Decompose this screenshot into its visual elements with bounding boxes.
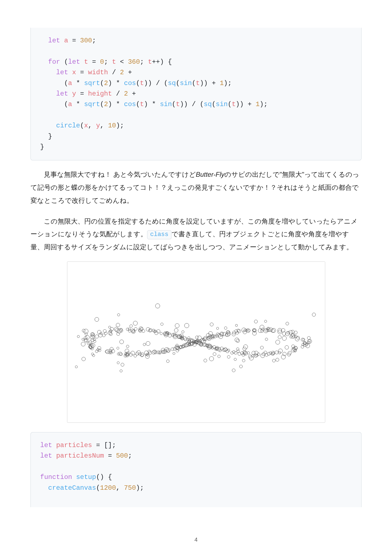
svg-point-321 bbox=[210, 323, 213, 326]
svg-point-347 bbox=[276, 358, 279, 361]
svg-point-325 bbox=[173, 352, 175, 355]
svg-point-279 bbox=[153, 350, 156, 353]
svg-point-312 bbox=[119, 340, 124, 344]
svg-point-366 bbox=[282, 336, 286, 340]
svg-point-255 bbox=[307, 337, 310, 340]
svg-point-90 bbox=[160, 332, 162, 335]
svg-point-384 bbox=[302, 338, 305, 341]
svg-point-266 bbox=[285, 345, 289, 349]
svg-point-317 bbox=[85, 333, 88, 335]
svg-point-292 bbox=[125, 349, 129, 353]
svg-point-237 bbox=[265, 329, 268, 332]
svg-point-299 bbox=[312, 313, 316, 317]
paragraph-2: この無限大、円の位置を指定するために角度を設定していますが、この角度を増やしてい… bbox=[30, 215, 362, 254]
svg-point-226 bbox=[242, 328, 246, 332]
svg-point-270 bbox=[117, 314, 120, 316]
para1-italic: Butter-Fly bbox=[196, 171, 225, 178]
svg-point-291 bbox=[81, 357, 85, 361]
svg-point-106 bbox=[128, 330, 131, 332]
svg-point-387 bbox=[120, 370, 122, 372]
svg-point-120 bbox=[102, 334, 105, 337]
page-number: 4 bbox=[0, 537, 392, 543]
svg-point-380 bbox=[286, 322, 289, 325]
svg-point-355 bbox=[272, 359, 275, 362]
svg-point-150 bbox=[118, 352, 122, 355]
svg-point-219 bbox=[227, 331, 230, 334]
svg-point-352 bbox=[278, 335, 281, 339]
figure-wrap bbox=[30, 261, 362, 423]
svg-point-371 bbox=[257, 353, 260, 356]
svg-point-33 bbox=[247, 352, 249, 354]
svg-point-242 bbox=[271, 328, 276, 332]
svg-point-319 bbox=[287, 353, 291, 356]
svg-point-265 bbox=[117, 362, 119, 364]
svg-point-340 bbox=[232, 369, 235, 372]
svg-point-378 bbox=[98, 334, 102, 337]
svg-point-314 bbox=[109, 333, 112, 336]
svg-point-294 bbox=[254, 320, 257, 323]
svg-point-295 bbox=[227, 355, 230, 358]
svg-point-20 bbox=[272, 352, 275, 354]
svg-point-324 bbox=[139, 329, 141, 331]
svg-point-332 bbox=[116, 323, 120, 327]
svg-point-301 bbox=[239, 365, 242, 368]
svg-point-247 bbox=[294, 331, 297, 334]
svg-point-147 bbox=[105, 350, 108, 353]
svg-point-341 bbox=[155, 304, 160, 308]
svg-point-331 bbox=[146, 342, 150, 346]
svg-point-346 bbox=[77, 335, 79, 338]
svg-point-224 bbox=[237, 329, 241, 333]
svg-point-287 bbox=[181, 331, 184, 333]
svg-point-132 bbox=[81, 342, 85, 346]
para1-pre: 見事な無限大ですね！ あと今気づいたんですけど bbox=[37, 171, 196, 178]
svg-point-322 bbox=[235, 338, 239, 342]
svg-point-36 bbox=[234, 351, 237, 354]
svg-point-177 bbox=[171, 348, 174, 351]
figure-svg bbox=[67, 262, 325, 422]
code-block-lemniscate: let a = 300; for (let t = 0; t < 360; t+… bbox=[30, 28, 362, 160]
svg-point-38 bbox=[237, 350, 239, 353]
svg-point-289 bbox=[166, 360, 169, 363]
svg-point-261 bbox=[207, 345, 212, 350]
svg-point-288 bbox=[260, 346, 263, 349]
svg-point-298 bbox=[130, 325, 132, 327]
paragraph-1: 見事な無限大ですね！ あと今気づいたんですけどButter-Flyのサビの出だし… bbox=[30, 168, 362, 207]
svg-point-122 bbox=[95, 335, 99, 338]
svg-point-307 bbox=[248, 355, 252, 358]
svg-point-345 bbox=[234, 358, 236, 361]
inline-code-class: class bbox=[147, 230, 171, 239]
page: let a = 300; for (let t = 0; t < 360; t+… bbox=[0, 0, 392, 554]
svg-point-277 bbox=[213, 353, 216, 356]
svg-point-275 bbox=[110, 347, 113, 351]
svg-point-145 bbox=[111, 349, 115, 353]
svg-point-267 bbox=[108, 326, 111, 328]
svg-point-376 bbox=[242, 359, 245, 362]
svg-point-102 bbox=[134, 327, 137, 330]
svg-point-367 bbox=[232, 333, 235, 336]
svg-point-363 bbox=[224, 327, 227, 329]
svg-point-276 bbox=[235, 324, 237, 327]
svg-point-308 bbox=[265, 338, 268, 340]
svg-point-360 bbox=[216, 327, 219, 329]
svg-point-327 bbox=[236, 348, 239, 350]
svg-point-141 bbox=[98, 349, 101, 352]
svg-point-379 bbox=[264, 320, 267, 323]
svg-point-328 bbox=[184, 323, 189, 328]
svg-point-300 bbox=[260, 325, 264, 329]
svg-point-13 bbox=[278, 349, 282, 353]
svg-point-28 bbox=[255, 354, 258, 357]
svg-point-107 bbox=[128, 328, 131, 331]
svg-point-297 bbox=[217, 355, 220, 358]
svg-point-15 bbox=[275, 351, 278, 354]
svg-point-293 bbox=[117, 347, 119, 349]
svg-point-30 bbox=[252, 351, 255, 355]
svg-point-333 bbox=[82, 338, 84, 340]
svg-point-375 bbox=[75, 366, 77, 368]
svg-point-83 bbox=[168, 334, 171, 337]
svg-point-282 bbox=[174, 329, 178, 332]
svg-point-40 bbox=[230, 352, 233, 354]
code-block-particles: let particles = []; let particlesNum = 5… bbox=[30, 432, 362, 507]
svg-point-386 bbox=[143, 343, 145, 346]
svg-point-285 bbox=[222, 332, 226, 336]
figure-lemniscate-particles bbox=[67, 261, 325, 423]
